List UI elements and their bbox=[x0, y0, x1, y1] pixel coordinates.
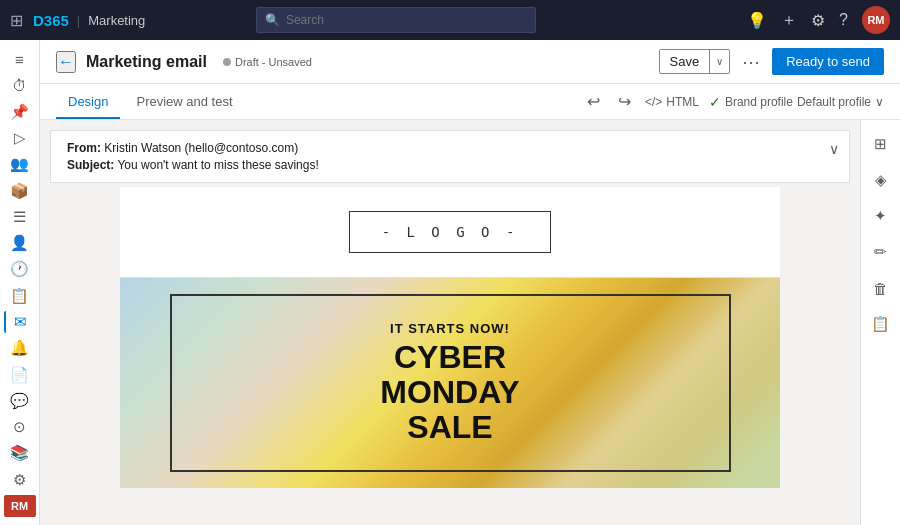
sidebar-person-icon[interactable]: 👤 bbox=[4, 232, 36, 254]
sidebar-pin-icon[interactable]: 📌 bbox=[4, 101, 36, 123]
draft-label: Draft - Unsaved bbox=[235, 56, 312, 68]
tab-preview-and-test[interactable]: Preview and test bbox=[124, 86, 244, 119]
help-icon[interactable]: ? bbox=[839, 11, 848, 29]
email-from-row: From: Kristin Watson (hello@contoso.com) bbox=[67, 141, 833, 155]
back-button[interactable]: ← bbox=[56, 51, 76, 73]
app-brand: D365 | Marketing bbox=[33, 12, 145, 29]
email-subject-row: Subject: You won't want to miss these sa… bbox=[67, 158, 833, 172]
sidebar-menu-icon[interactable]: ≡ bbox=[4, 48, 36, 70]
sidebar-contacts-icon[interactable]: 👥 bbox=[4, 153, 36, 175]
html-label: HTML bbox=[666, 95, 699, 109]
tab-toolbar: ↩ ↪ </> HTML ✓ Brand profile Default pro… bbox=[583, 90, 884, 119]
hero-subtitle: IT STARTS NOW! bbox=[390, 321, 510, 336]
sidebar-upload-icon[interactable]: RM bbox=[4, 495, 36, 517]
sidebar-gear2-icon[interactable]: ⚙ bbox=[4, 469, 36, 491]
rt-styles-icon[interactable]: 🗑 bbox=[865, 272, 897, 304]
avatar[interactable]: RM bbox=[862, 6, 890, 34]
from-value: Kristin Watson (hello@contoso.com) bbox=[104, 141, 298, 155]
brand-divider: | bbox=[77, 13, 80, 28]
sidebar-email-icon[interactable]: ✉ bbox=[4, 311, 36, 333]
brand-module: Marketing bbox=[88, 13, 145, 28]
search-box[interactable]: 🔍 bbox=[256, 7, 536, 33]
lightbulb-icon[interactable]: 💡 bbox=[747, 11, 767, 30]
save-chevron-icon[interactable]: ∨ bbox=[710, 52, 729, 71]
from-label: From: bbox=[67, 141, 101, 155]
sidebar-bell-icon[interactable]: 🔔 bbox=[4, 337, 36, 359]
draft-status: Draft - Unsaved bbox=[223, 56, 312, 68]
search-icon: 🔍 bbox=[265, 13, 280, 27]
rt-edit-icon[interactable]: ✏ bbox=[865, 236, 897, 268]
settings-icon[interactable]: ⚙ bbox=[811, 11, 825, 30]
tab-bar: Design Preview and test ↩ ↪ </> HTML ✓ B… bbox=[40, 84, 900, 120]
left-sidebar: ≡ ⏱ 📌 ▷ 👥 📦 ☰ 👤 🕐 📋 ✉ 🔔 📄 💬 ⊙ 📚 ⚙ RM bbox=[0, 40, 40, 525]
grid-icon[interactable]: ⊞ bbox=[10, 11, 23, 30]
sidebar-clipboard-icon[interactable]: 📋 bbox=[4, 285, 36, 307]
redo-button[interactable]: ↪ bbox=[614, 90, 635, 113]
nav-right-actions: 💡 ＋ ⚙ ? RM bbox=[747, 6, 890, 34]
tab-design[interactable]: Design bbox=[56, 86, 120, 119]
top-navigation: ⊞ D365 | Marketing 🔍 💡 ＋ ⚙ ? RM bbox=[0, 0, 900, 40]
sidebar-doc-icon[interactable]: 📄 bbox=[4, 363, 36, 385]
draft-dot bbox=[223, 58, 231, 66]
sidebar-chat-icon[interactable]: 💬 bbox=[4, 390, 36, 412]
main-content: ← Marketing email Draft - Unsaved Save ∨… bbox=[40, 40, 900, 525]
header-right-actions: Save ∨ ⋯ Ready to send bbox=[659, 48, 884, 75]
rt-assets-icon[interactable]: 📋 bbox=[865, 308, 897, 340]
email-meta-header: From: Kristin Watson (hello@contoso.com)… bbox=[50, 130, 850, 183]
canvas-scroll[interactable]: From: Kristin Watson (hello@contoso.com)… bbox=[40, 120, 860, 525]
brand-check-icon: ✓ bbox=[709, 94, 721, 110]
header-bar: ← Marketing email Draft - Unsaved Save ∨… bbox=[40, 40, 900, 84]
subject-label: Subject: bbox=[67, 158, 114, 172]
canvas-area: From: Kristin Watson (hello@contoso.com)… bbox=[40, 120, 900, 525]
app-layout: ≡ ⏱ 📌 ▷ 👥 📦 ☰ 👤 🕐 📋 ✉ 🔔 📄 💬 ⊙ 📚 ⚙ RM ← M… bbox=[0, 40, 900, 525]
brand-profile-label: Brand profile bbox=[725, 95, 793, 109]
email-canvas: - L O G O - IT STARTS NOW! CYBERMONDAYSA… bbox=[120, 187, 780, 488]
save-button-main[interactable]: Save bbox=[660, 50, 711, 73]
hero-gradient-bg: IT STARTS NOW! CYBERMONDAYSALE bbox=[120, 278, 780, 488]
save-button-group: Save ∨ bbox=[659, 49, 731, 74]
rt-elements-icon[interactable]: ◈ bbox=[865, 164, 897, 196]
sidebar-circle-icon[interactable]: ⊙ bbox=[4, 416, 36, 438]
undo-button[interactable]: ↩ bbox=[583, 90, 604, 113]
more-button[interactable]: ⋯ bbox=[738, 49, 764, 75]
subject-value: You won't want to miss these savings! bbox=[117, 158, 318, 172]
sidebar-segments-icon[interactable]: 📦 bbox=[4, 179, 36, 201]
html-button[interactable]: </> HTML bbox=[645, 95, 699, 109]
brand-profile-value: Default profile bbox=[797, 95, 871, 109]
sidebar-list-icon[interactable]: ☰ bbox=[4, 206, 36, 228]
email-logo-section[interactable]: - L O G O - bbox=[120, 187, 780, 278]
rt-layout-icon[interactable]: ⊞ bbox=[865, 128, 897, 160]
hero-title: CYBERMONDAYSALE bbox=[380, 340, 519, 446]
brand-profile-selector[interactable]: ✓ Brand profile Default profile ∨ bbox=[709, 94, 884, 110]
page-title: Marketing email bbox=[86, 53, 207, 71]
plus-icon[interactable]: ＋ bbox=[781, 10, 797, 31]
right-toolbar: ⊞ ◈ ✦ ✏ 🗑 📋 bbox=[860, 120, 900, 525]
hero-border-box: IT STARTS NOW! CYBERMONDAYSALE bbox=[170, 294, 731, 473]
sidebar-books-icon[interactable]: 📚 bbox=[4, 442, 36, 464]
sidebar-recent-icon[interactable]: ⏱ bbox=[4, 74, 36, 96]
collapse-header-button[interactable]: ∨ bbox=[829, 141, 839, 157]
logo-placeholder: - L O G O - bbox=[349, 211, 552, 253]
email-hero-section[interactable]: IT STARTS NOW! CYBERMONDAYSALE bbox=[120, 278, 780, 488]
ready-to-send-button[interactable]: Ready to send bbox=[772, 48, 884, 75]
rt-personalize-icon[interactable]: ✦ bbox=[865, 200, 897, 232]
sidebar-clock-icon[interactable]: 🕐 bbox=[4, 258, 36, 280]
html-icon: </> bbox=[645, 95, 662, 109]
brand-chevron-icon: ∨ bbox=[875, 95, 884, 109]
d365-logo: D365 bbox=[33, 12, 69, 29]
sidebar-play-icon[interactable]: ▷ bbox=[4, 127, 36, 149]
search-input[interactable] bbox=[286, 13, 527, 27]
